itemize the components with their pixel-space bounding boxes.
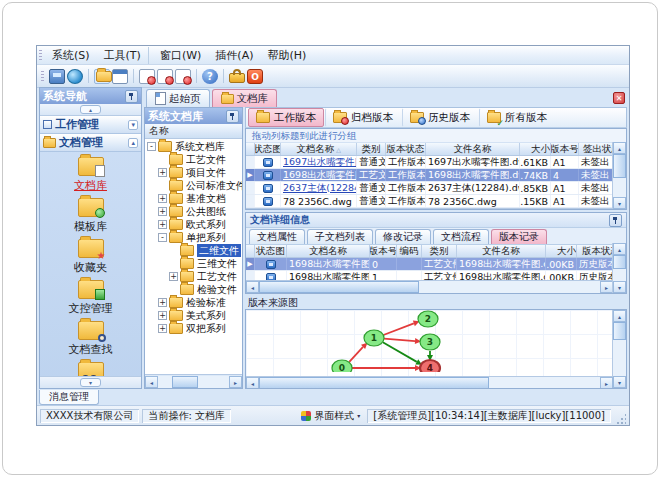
tree-node[interactable]: + 双把系列 [145, 322, 242, 335]
tree-expander[interactable]: + [158, 168, 167, 177]
ui-style-selector[interactable]: 界面样式 ▾ [297, 409, 364, 423]
version-filter-button[interactable]: 归档版本 [325, 108, 401, 127]
tree-expander[interactable]: + [158, 220, 167, 229]
tree-node[interactable]: + 项目文件 [145, 166, 242, 179]
sidebar-item[interactable]: 文档查找 [69, 321, 113, 357]
tree-expander[interactable]: - [158, 233, 167, 242]
column-header[interactable]: 大小 [520, 143, 551, 155]
sidebar-group-work-management[interactable]: 工作管理 ▾ [40, 116, 141, 134]
tree-expander[interactable]: + [158, 194, 167, 203]
column-header[interactable]: 版本号 [551, 143, 579, 155]
lock-icon[interactable] [229, 73, 245, 83]
document-name-cell[interactable]: 1698出水嘴零件图.dwg [281, 169, 357, 181]
exit-icon[interactable]: O [247, 69, 263, 84]
document-name-cell[interactable]: 78 2356C.dwg [281, 195, 357, 207]
column-header[interactable]: 文档名称 [287, 245, 370, 257]
table-horizontal-scrollbar[interactable]: ◂▸ [246, 280, 613, 293]
menu-item[interactable]: 系统(S) [45, 47, 97, 64]
graph-vertical-scrollbar[interactable]: ▴▾ [612, 310, 626, 388]
tree-node[interactable]: + 基准文档 [145, 192, 242, 205]
sidebar-item[interactable]: 文件夹查找 [63, 362, 118, 376]
column-header[interactable]: 版本号 [370, 245, 397, 257]
column-header[interactable]: 版本状态 [386, 143, 426, 155]
tree-expander[interactable]: + [158, 207, 167, 216]
tree-node[interactable]: - 系统文档库 [145, 140, 242, 153]
pin-icon[interactable] [609, 214, 622, 227]
column-header[interactable]: 文档名称△ [281, 143, 357, 155]
workspace-icon[interactable] [49, 69, 65, 84]
version-filter-button[interactable]: 历史版本 [402, 108, 478, 127]
document-row[interactable]: ▶ 1698出水嘴零件图.dwg 工艺文件 工作版本 1698出水嘴零件图.dw… [246, 169, 626, 182]
menu-item[interactable]: 帮助(H) [260, 47, 313, 64]
tree-column-header[interactable]: 名称 [145, 124, 242, 139]
chevron-up-icon[interactable]: ▴ [128, 138, 138, 148]
menu-item[interactable]: 窗口(W) [153, 47, 208, 64]
sidebar-item[interactable]: 文档库 [74, 157, 107, 193]
pin-icon[interactable] [226, 110, 239, 123]
table-vertical-scrollbar[interactable]: ▴▾ [612, 243, 626, 293]
detail-tab[interactable]: 文档流程 [433, 229, 489, 244]
report-doc-icon-3[interactable] [175, 69, 191, 84]
group-by-hint[interactable]: 拖动列标题到此进行分组 [246, 129, 626, 143]
document-row[interactable]: ▶ 78 2356C.dwg 普通文档 工作版本 78 2356C.dwg 18… [246, 195, 626, 208]
version-filter-button[interactable]: 所有版本 [479, 108, 555, 127]
column-header[interactable]: 大小 [546, 245, 577, 257]
report-doc-icon-2[interactable] [157, 69, 173, 84]
tree-node[interactable]: 检验文件 [145, 283, 242, 296]
column-header[interactable]: 文件名称 [426, 143, 520, 155]
version-filter-button[interactable]: 工作版本 [248, 108, 324, 127]
detail-tab[interactable]: 子文档列表 [307, 229, 373, 244]
tab[interactable]: 起始页 [146, 89, 210, 107]
detail-tab[interactable]: 文档属性 [249, 229, 305, 244]
column-header[interactable]: 文件名称 [457, 245, 546, 257]
column-header[interactable]: 类别 [357, 143, 386, 155]
table-vertical-scrollbar[interactable]: ▴▾ [612, 142, 626, 209]
document-row[interactable]: ▶ 1697出水嘴零件图.dwg 普通文档 工作版本 1697出水嘴零件图.dw… [246, 156, 626, 169]
chevron-down-icon[interactable]: ▾ [128, 120, 138, 130]
tree-node[interactable]: 三维文件 [145, 257, 242, 270]
tree-expander[interactable]: + [158, 324, 167, 333]
tree-node[interactable]: + 欧式系列 [145, 218, 242, 231]
document-row[interactable]: ▶ 2637主体(12284).dwg 普通文档 工作版本 2637主体(122… [246, 182, 626, 195]
table-horizontal-scrollbar[interactable]: ◂▸ [246, 208, 613, 210]
document-library-icon[interactable] [96, 71, 112, 82]
tree-expander[interactable]: + [158, 311, 167, 320]
tree-node[interactable]: + 检验标准 [145, 296, 242, 309]
column-header[interactable]: 状态图 [255, 143, 281, 155]
tree-node[interactable]: 二维文件 [145, 244, 242, 257]
graph-horizontal-scrollbar[interactable]: ◂▸ [246, 376, 613, 388]
version-graph[interactable]: 01234 ▴▾ ◂▸ [245, 309, 627, 389]
tree-node[interactable]: + 工艺文件 [145, 270, 242, 283]
column-header[interactable]: 编码 [397, 245, 422, 257]
report-doc-icon-1[interactable] [139, 69, 155, 84]
detail-tab[interactable]: 修改记录 [375, 229, 431, 244]
tree-node[interactable]: + 公共图纸 [145, 205, 242, 218]
tree-node[interactable]: 工艺文件 [145, 153, 242, 166]
detail-tab[interactable]: 版本记录 [491, 229, 547, 244]
document-name-cell[interactable]: 2637主体(12284).dwg [281, 182, 357, 194]
tree-expander[interactable]: + [158, 298, 167, 307]
network-globe-icon[interactable] [67, 69, 83, 84]
sidebar-item[interactable]: 收藏夹 [74, 239, 107, 275]
tab-message-management[interactable]: 消息管理 [39, 390, 99, 405]
tree-node[interactable]: + 美式系列 [145, 309, 242, 322]
menu-item[interactable]: 工具(T) [97, 47, 149, 64]
calendar-icon[interactable] [112, 69, 128, 84]
version-record-row[interactable]: ▶ 1698出水嘴零件图.dwg 0 工艺文件 1698出水嘴零件图.dwg 7… [246, 258, 626, 271]
tree-horizontal-scrollbar[interactable]: ◂▸ [145, 374, 242, 388]
version-record-row[interactable]: ▶ 1698出水嘴零件图.dwg 1 工艺文件 1698出水嘴零件图.dwg 7… [246, 271, 626, 280]
resize-grip[interactable] [614, 413, 626, 425]
tree-node[interactable]: 公司标准文件 [145, 179, 242, 192]
tree-expander[interactable]: + [169, 272, 178, 281]
pin-icon[interactable] [125, 90, 138, 103]
tree-expander[interactable]: - [147, 142, 156, 151]
close-tab-button[interactable]: ✕ [613, 92, 625, 104]
tree-node[interactable]: - 单把系列 [145, 231, 242, 244]
sidebar-collapse-strip[interactable]: ▴ [40, 104, 141, 116]
sidebar-item[interactable]: 文控管理 [69, 280, 113, 316]
sidebar-item[interactable]: 模板库 [74, 198, 107, 234]
column-header[interactable]: 状态图 [255, 245, 287, 257]
tab[interactable]: 文档库 [212, 89, 278, 107]
help-icon[interactable]: ? [202, 69, 218, 84]
column-header[interactable]: 类别 [422, 245, 457, 257]
